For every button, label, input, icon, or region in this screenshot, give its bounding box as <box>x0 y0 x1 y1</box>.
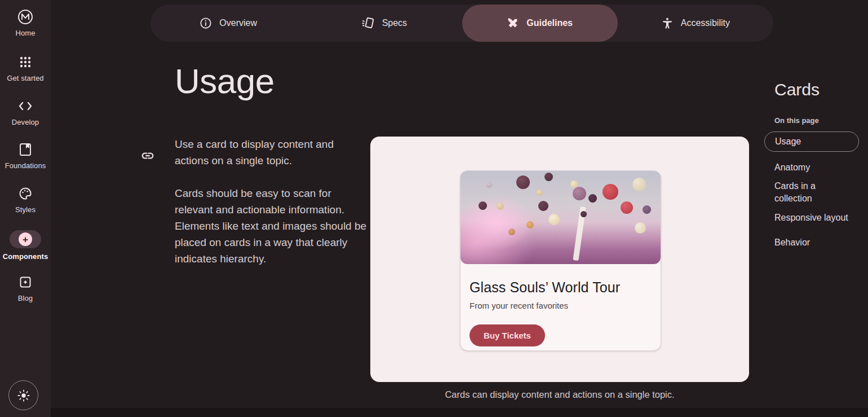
apps-grid-icon <box>19 54 32 70</box>
sidebar-item-label: Get started <box>7 74 43 82</box>
design-tools-icon <box>507 17 519 29</box>
hero-foliage <box>460 218 661 265</box>
tab-accessibility[interactable]: Accessibility <box>618 5 773 42</box>
code-icon <box>18 98 33 114</box>
sidebar-item-label: Styles <box>15 205 36 214</box>
active-pill: + <box>10 230 41 248</box>
tab-label: Specs <box>382 18 407 28</box>
tab-label: Accessibility <box>681 18 730 28</box>
specs-ruler-icon <box>361 16 375 30</box>
theme-toggle-button[interactable] <box>8 380 38 410</box>
sidebar-item-styles[interactable]: Styles <box>0 186 51 214</box>
nav-item-behavior[interactable]: Behavior <box>774 236 810 249</box>
on-this-page-label: On this page <box>774 116 819 125</box>
intro-text: Use a card to display content and action… <box>175 136 367 267</box>
example-card: Glass Souls’ World Tour From your recent… <box>460 170 661 351</box>
book-icon <box>19 142 32 157</box>
sidebar-item-label: Develop <box>12 118 39 126</box>
tab-guidelines[interactable]: Guidelines <box>462 5 618 42</box>
intro-paragraph-2: Cards should be easy to scan for relevan… <box>175 185 367 267</box>
card-title: Glass Souls’ World Tour <box>470 279 652 296</box>
nav-item-anatomy[interactable]: Anatomy <box>774 161 810 174</box>
light-mode-icon <box>17 389 30 402</box>
section-link-icon[interactable] <box>140 148 155 163</box>
page-title: Usage <box>175 61 274 101</box>
sidebar-item-label: Foundations <box>5 161 46 170</box>
figure-caption: Cards can display content and actions on… <box>370 389 749 400</box>
nav-item-responsive-layout[interactable]: Responsive layout <box>774 212 848 224</box>
top-tab-bar: Overview Specs Guidelines Accessibility <box>150 5 773 42</box>
demo-panel: Glass Souls’ World Tour From your recent… <box>370 137 749 382</box>
sidebar-item-foundations[interactable]: Foundations <box>0 142 51 170</box>
tab-overview[interactable]: Overview <box>150 5 306 42</box>
card-hero-image <box>460 171 661 264</box>
tab-specs[interactable]: Specs <box>306 5 462 42</box>
add-circle-icon: + <box>19 232 32 246</box>
accessibility-icon <box>661 17 674 29</box>
material-logo-icon <box>17 9 33 25</box>
sidebar-item-get-started[interactable]: Get started <box>0 54 51 82</box>
sidebar-item-components[interactable]: + Components <box>0 230 51 261</box>
left-nav-rail: Home Get started Develop Foundations Sty… <box>0 0 51 417</box>
intro-paragraph-1: Use a card to display content and action… <box>175 136 367 169</box>
sidebar-item-home[interactable]: Home <box>0 9 51 37</box>
card-subtitle: From your recent favorites <box>470 301 652 310</box>
tab-label: Overview <box>219 18 257 28</box>
sidebar-item-label: Blog <box>18 294 33 302</box>
palette-icon <box>19 186 32 201</box>
info-icon <box>200 17 212 29</box>
nav-item-cards-in-a-collection[interactable]: Cards in a collection <box>774 180 841 205</box>
buy-tickets-button[interactable]: Buy Tickets <box>470 324 545 346</box>
sidebar-item-label: Home <box>15 29 35 37</box>
nav-item-usage[interactable]: Usage <box>764 131 859 152</box>
post-add-icon <box>19 274 32 290</box>
sidebar-item-blog[interactable]: Blog <box>0 274 51 302</box>
sidebar-item-label: Components <box>3 252 48 261</box>
nav-title: Cards <box>774 80 820 99</box>
footer-strip <box>0 408 868 417</box>
sidebar-item-develop[interactable]: Develop <box>0 98 51 126</box>
tab-label: Guidelines <box>526 18 573 28</box>
nav-item-label: Usage <box>775 137 801 147</box>
